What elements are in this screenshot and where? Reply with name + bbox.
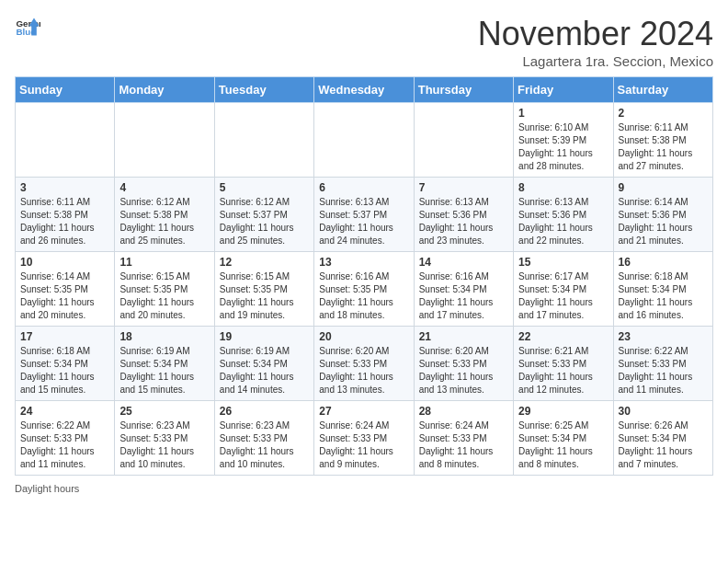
day-number: 17	[20, 330, 109, 343]
day-info: Sunrise: 6:22 AM Sunset: 5:33 PM Dayligh…	[619, 345, 708, 396]
day-number: 23	[619, 330, 708, 343]
calendar-cell: 8Sunrise: 6:13 AM Sunset: 5:36 PM Daylig…	[514, 178, 613, 252]
day-number: 12	[220, 256, 309, 269]
day-number: 22	[518, 330, 608, 343]
calendar-cell: 13Sunrise: 6:16 AM Sunset: 5:35 PM Dayli…	[314, 252, 414, 327]
day-info: Sunrise: 6:23 AM Sunset: 5:33 PM Dayligh…	[119, 419, 209, 471]
calendar-cell: 29Sunrise: 6:25 AM Sunset: 5:34 PM Dayli…	[514, 401, 613, 476]
calendar-cell: 23Sunrise: 6:22 AM Sunset: 5:33 PM Dayli…	[613, 327, 712, 401]
calendar-cell: 27Sunrise: 6:24 AM Sunset: 5:33 PM Dayli…	[314, 401, 414, 476]
calendar-cell	[214, 103, 313, 178]
logo-icon: General Blue	[15, 15, 40, 40]
calendar-cell: 21Sunrise: 6:20 AM Sunset: 5:33 PM Dayli…	[414, 327, 513, 401]
day-number: 6	[319, 181, 408, 194]
calendar-cell: 10Sunrise: 6:14 AM Sunset: 5:35 PM Dayli…	[16, 252, 115, 327]
day-number: 4	[119, 181, 209, 194]
day-header-sunday: Sunday	[16, 77, 115, 103]
calendar-cell	[414, 103, 513, 178]
calendar-cell	[16, 103, 115, 178]
calendar-cell	[314, 103, 414, 178]
page-header: General Blue November 2024 Lagartera 1ra…	[15, 15, 713, 69]
day-number: 14	[419, 256, 508, 269]
day-header-monday: Monday	[115, 77, 214, 103]
day-info: Sunrise: 6:15 AM Sunset: 5:35 PM Dayligh…	[220, 270, 309, 322]
day-number: 18	[119, 330, 209, 343]
calendar-cell: 20Sunrise: 6:20 AM Sunset: 5:33 PM Dayli…	[314, 327, 414, 401]
calendar-cell: 16Sunrise: 6:18 AM Sunset: 5:34 PM Dayli…	[613, 252, 712, 327]
day-number: 15	[518, 256, 608, 269]
day-info: Sunrise: 6:15 AM Sunset: 5:35 PM Dayligh…	[119, 270, 209, 322]
day-info: Sunrise: 6:17 AM Sunset: 5:34 PM Dayligh…	[518, 270, 608, 322]
day-info: Sunrise: 6:20 AM Sunset: 5:33 PM Dayligh…	[319, 345, 408, 396]
day-number: 5	[220, 181, 309, 194]
title-area: November 2024 Lagartera 1ra. Seccion, Me…	[478, 15, 713, 69]
day-number: 2	[619, 107, 708, 120]
calendar-cell: 24Sunrise: 6:22 AM Sunset: 5:33 PM Dayli…	[16, 401, 115, 476]
day-number: 24	[20, 405, 109, 418]
month-title: November 2024	[478, 15, 713, 53]
calendar-cell: 25Sunrise: 6:23 AM Sunset: 5:33 PM Dayli…	[115, 401, 214, 476]
calendar-cell: 12Sunrise: 6:15 AM Sunset: 5:35 PM Dayli…	[214, 252, 313, 327]
day-number: 10	[20, 256, 109, 269]
day-info: Sunrise: 6:24 AM Sunset: 5:33 PM Dayligh…	[319, 419, 408, 471]
calendar-week-5: 24Sunrise: 6:22 AM Sunset: 5:33 PM Dayli…	[16, 401, 713, 476]
calendar-table: SundayMondayTuesdayWednesdayThursdayFrid…	[15, 76, 713, 476]
day-info: Sunrise: 6:14 AM Sunset: 5:36 PM Dayligh…	[619, 196, 708, 247]
day-header-tuesday: Tuesday	[214, 77, 313, 103]
calendar-cell: 15Sunrise: 6:17 AM Sunset: 5:34 PM Dayli…	[514, 252, 613, 327]
calendar-week-2: 3Sunrise: 6:11 AM Sunset: 5:38 PM Daylig…	[16, 178, 713, 252]
calendar-cell: 30Sunrise: 6:26 AM Sunset: 5:34 PM Dayli…	[613, 401, 712, 476]
day-header-wednesday: Wednesday	[314, 77, 414, 103]
day-number: 11	[119, 256, 209, 269]
day-number: 8	[518, 181, 608, 194]
calendar-week-1: 1Sunrise: 6:10 AM Sunset: 5:39 PM Daylig…	[16, 103, 713, 178]
day-number: 7	[419, 181, 508, 194]
day-info: Sunrise: 6:11 AM Sunset: 5:38 PM Dayligh…	[20, 196, 109, 247]
day-number: 28	[419, 405, 508, 418]
day-info: Sunrise: 6:22 AM Sunset: 5:33 PM Dayligh…	[20, 419, 109, 471]
footer: Daylight hours	[15, 483, 713, 494]
day-number: 26	[220, 405, 309, 418]
day-header-saturday: Saturday	[613, 77, 712, 103]
day-number: 30	[619, 405, 708, 418]
day-info: Sunrise: 6:13 AM Sunset: 5:36 PM Dayligh…	[419, 196, 508, 247]
day-info: Sunrise: 6:19 AM Sunset: 5:34 PM Dayligh…	[220, 345, 309, 396]
calendar-cell: 18Sunrise: 6:19 AM Sunset: 5:34 PM Dayli…	[115, 327, 214, 401]
calendar-cell: 11Sunrise: 6:15 AM Sunset: 5:35 PM Dayli…	[115, 252, 214, 327]
calendar-cell: 26Sunrise: 6:23 AM Sunset: 5:33 PM Dayli…	[214, 401, 313, 476]
day-info: Sunrise: 6:18 AM Sunset: 5:34 PM Dayligh…	[619, 270, 708, 322]
calendar-cell: 5Sunrise: 6:12 AM Sunset: 5:37 PM Daylig…	[214, 178, 313, 252]
day-info: Sunrise: 6:12 AM Sunset: 5:38 PM Dayligh…	[119, 196, 209, 247]
day-number: 19	[220, 330, 309, 343]
day-info: Sunrise: 6:13 AM Sunset: 5:36 PM Dayligh…	[518, 196, 608, 247]
day-info: Sunrise: 6:19 AM Sunset: 5:34 PM Dayligh…	[119, 345, 209, 396]
day-info: Sunrise: 6:26 AM Sunset: 5:34 PM Dayligh…	[619, 419, 708, 471]
day-info: Sunrise: 6:11 AM Sunset: 5:38 PM Dayligh…	[619, 121, 708, 173]
day-info: Sunrise: 6:23 AM Sunset: 5:33 PM Dayligh…	[220, 419, 309, 471]
calendar-cell: 4Sunrise: 6:12 AM Sunset: 5:38 PM Daylig…	[115, 178, 214, 252]
day-header-friday: Friday	[514, 77, 613, 103]
logo: General Blue	[15, 15, 40, 40]
day-number: 16	[619, 256, 708, 269]
day-number: 29	[518, 405, 608, 418]
calendar-cell: 28Sunrise: 6:24 AM Sunset: 5:33 PM Dayli…	[414, 401, 513, 476]
calendar-week-3: 10Sunrise: 6:14 AM Sunset: 5:35 PM Dayli…	[16, 252, 713, 327]
day-number: 25	[119, 405, 209, 418]
day-number: 20	[319, 330, 408, 343]
location-subtitle: Lagartera 1ra. Seccion, Mexico	[478, 53, 713, 69]
day-number: 9	[619, 181, 708, 194]
day-info: Sunrise: 6:18 AM Sunset: 5:34 PM Dayligh…	[20, 345, 109, 396]
calendar-cell: 2Sunrise: 6:11 AM Sunset: 5:38 PM Daylig…	[613, 103, 712, 178]
day-info: Sunrise: 6:14 AM Sunset: 5:35 PM Dayligh…	[20, 270, 109, 322]
calendar-cell: 3Sunrise: 6:11 AM Sunset: 5:38 PM Daylig…	[16, 178, 115, 252]
day-info: Sunrise: 6:24 AM Sunset: 5:33 PM Dayligh…	[419, 419, 508, 471]
calendar-cell: 6Sunrise: 6:13 AM Sunset: 5:37 PM Daylig…	[314, 178, 414, 252]
day-info: Sunrise: 6:16 AM Sunset: 5:34 PM Dayligh…	[419, 270, 508, 322]
daylight-hours-label: Daylight hours	[15, 483, 79, 494]
day-info: Sunrise: 6:21 AM Sunset: 5:33 PM Dayligh…	[518, 345, 608, 396]
day-info: Sunrise: 6:10 AM Sunset: 5:39 PM Dayligh…	[518, 121, 608, 173]
day-number: 3	[20, 181, 109, 194]
calendar-cell: 17Sunrise: 6:18 AM Sunset: 5:34 PM Dayli…	[16, 327, 115, 401]
calendar-cell	[115, 103, 214, 178]
day-number: 27	[319, 405, 408, 418]
